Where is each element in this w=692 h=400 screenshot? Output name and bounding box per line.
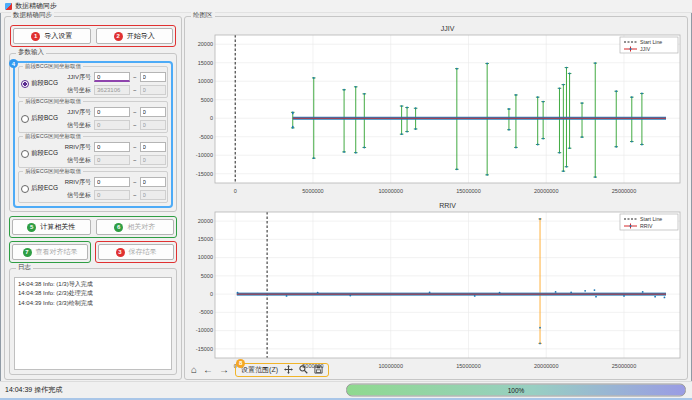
svg-text:10000000: 10000000 [378, 188, 402, 194]
radio-front-ecg[interactable]: 前段ECG [21, 149, 63, 158]
svg-text:5000000: 5000000 [302, 188, 323, 194]
range-separator: ~ [133, 87, 137, 93]
range-separator: ~ [133, 109, 137, 115]
rriv-serial-end-input[interactable] [140, 142, 166, 152]
pan-icon[interactable] [284, 365, 293, 374]
radio-label: 前段ECG [31, 149, 58, 158]
save-result-button[interactable]: 3 保存结果 [98, 244, 174, 260]
radio-label: 后段BCG [31, 114, 58, 123]
radio-icon [21, 185, 29, 193]
svg-text:15000: 15000 [198, 60, 213, 66]
params-group: 参数输入 4 前段BCG区间坐标取值 前段BCG JJIV序号 [9, 53, 177, 212]
annotation-badge-7: 7 [23, 248, 32, 257]
log-line: 14:04:38 Info: (2/3)处理完成 [18, 289, 168, 298]
progress-value: 100% [508, 387, 525, 394]
annotation-badge-6: 6 [114, 223, 123, 232]
log-group: 日志 14:04:38 Info: (1/3)导入完成 14:04:38 Inf… [9, 268, 177, 375]
field-label: 信号坐标 [63, 156, 91, 165]
radio-rear-ecg[interactable]: 后段ECG [21, 184, 63, 193]
param-section-rear-ecg: 后段ECG区间坐标取值 后段ECG RRIV序号 ~ [18, 171, 168, 203]
range-separator: ~ [133, 179, 137, 185]
jjiv-chart[interactable]: JJIV050000001000000015000000200000002500… [189, 22, 685, 196]
log-textarea[interactable]: 14:04:38 Info: (1/3)导入完成 14:04:38 Info: … [14, 277, 172, 370]
param-section-front-ecg: 前段ECG区间坐标取值 前段ECG RRIV序号 ~ [18, 136, 168, 168]
back-icon[interactable]: ← [203, 365, 213, 375]
signal-coord-end-input [140, 120, 166, 130]
svg-text:-5000: -5000 [199, 134, 213, 140]
range-separator: ~ [133, 157, 137, 163]
plot-toolbar: ⌂ ← → 8 设置范围(Z) [191, 361, 329, 378]
signal-coord-start-input [94, 190, 130, 200]
rriv-chart[interactable]: RRIV050000001000000015000000200000002500… [189, 199, 685, 371]
section-header: 前段BCG区间坐标取值 [23, 64, 83, 70]
svg-text:10000: 10000 [198, 254, 213, 260]
svg-text:-10000: -10000 [196, 327, 213, 333]
window-title: 数据精确同步 [15, 1, 57, 11]
section-header: 后段BCG区间坐标取值 [23, 99, 83, 105]
signal-coord-end-input [140, 85, 166, 95]
svg-text:-15000: -15000 [196, 171, 213, 177]
import-settings-button[interactable]: 1 导入设置 [13, 28, 91, 44]
svg-text:15000: 15000 [198, 236, 213, 242]
app-icon [5, 3, 12, 10]
annotation-box-params: 4 前段BCG区间坐标取值 前段BCG JJIV序号 ~ [13, 61, 173, 208]
signal-coord-start-input [94, 120, 130, 130]
plot-panel-group: 绘图区 JJIV05000000100000001500000020000000… [184, 16, 688, 380]
rriv-serial-end-input[interactable] [140, 177, 166, 187]
title-bar: 数据精确同步 [0, 0, 692, 13]
save-icon[interactable] [314, 365, 323, 374]
svg-text:15000000: 15000000 [456, 188, 480, 194]
home-icon[interactable]: ⌂ [191, 365, 197, 375]
signal-coord-end-input [140, 155, 166, 165]
svg-text:0: 0 [210, 115, 213, 121]
start-import-button[interactable]: 2 开始导入 [96, 28, 174, 44]
svg-text:-5000: -5000 [199, 309, 213, 315]
annotation-badge-1: 1 [31, 32, 40, 41]
radio-icon [21, 150, 29, 158]
jjiv-serial-end-input[interactable] [140, 107, 166, 117]
log-line: 14:04:39 Info: (3/3)绘制完成 [18, 299, 168, 308]
radio-label: 前段BCG [31, 79, 58, 88]
svg-text:25000000: 25000000 [612, 363, 636, 369]
field-label: JJIV序号 [63, 108, 91, 117]
radio-label: 后段ECG [31, 184, 58, 193]
radio-icon [21, 115, 29, 123]
svg-text:20000: 20000 [198, 218, 213, 224]
toolbar-label: 设置范围(Z) [241, 365, 278, 375]
svg-text:-15000: -15000 [196, 346, 213, 352]
svg-text:RRIV: RRIV [439, 202, 456, 209]
radio-rear-bcg[interactable]: 后段BCG [21, 114, 63, 123]
svg-text:10000: 10000 [198, 78, 213, 84]
radio-front-bcg[interactable]: 前段BCG [21, 79, 63, 88]
jjiv-serial-end-input[interactable] [140, 72, 166, 82]
field-label: RRIV序号 [63, 178, 91, 187]
annotation-box-save: 3 保存结果 [95, 241, 177, 263]
annotation-badge-5: 5 [27, 223, 36, 232]
svg-text:10000000: 10000000 [378, 363, 402, 369]
svg-text:0: 0 [234, 188, 237, 194]
rriv-serial-start-input[interactable] [94, 177, 130, 187]
range-separator: ~ [133, 144, 137, 150]
signal-coord-end-input [140, 190, 166, 200]
svg-text:Start Line: Start Line [640, 39, 662, 45]
jjiv-serial-start-input[interactable] [94, 107, 130, 117]
field-label: 信号坐标 [63, 121, 91, 130]
svg-text:20000000: 20000000 [534, 363, 558, 369]
log-group-title: 日志 [16, 264, 33, 271]
compute-correlation-button[interactable]: 5 计算相关性 [12, 219, 91, 235]
forward-icon[interactable]: → [219, 365, 229, 375]
rriv-serial-start-input[interactable] [94, 142, 130, 152]
annotation-box-correlation: 5 计算相关性 6 相关对齐 [9, 216, 177, 238]
svg-text:RRIV: RRIV [640, 223, 653, 229]
svg-text:0: 0 [210, 291, 213, 297]
jjiv-serial-start-input[interactable] [94, 72, 130, 82]
view-align-result-button[interactable]: 7 查看对齐结果 [12, 244, 88, 260]
button-label: 开始导入 [127, 31, 155, 41]
svg-text:Start Line: Start Line [640, 216, 662, 222]
svg-text:-10000: -10000 [196, 152, 213, 158]
param-section-front-bcg: 前段BCG区间坐标取值 前段BCG JJIV序号 ~ [18, 66, 168, 98]
zoom-icon[interactable] [299, 365, 308, 374]
status-message: 14:04:39 操作完成 [5, 385, 62, 395]
svg-text:JJIV: JJIV [640, 46, 651, 52]
correlation-align-button[interactable]: 6 相关对齐 [96, 219, 175, 235]
